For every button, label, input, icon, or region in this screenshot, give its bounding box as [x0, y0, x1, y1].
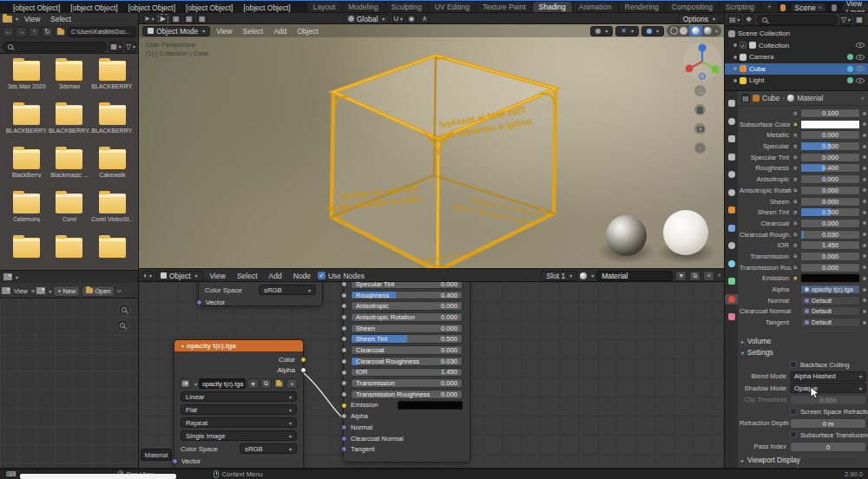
property-widget[interactable]: 0.000	[800, 186, 860, 195]
file-browser-folder[interactable]: BLACKBERRY...	[91, 103, 134, 148]
panel-settings[interactable]: ▾Settings	[740, 347, 866, 358]
property-widget[interactable]: 0.000	[800, 219, 860, 228]
workspace-tab[interactable]: Sculpting	[385, 2, 428, 13]
outliner-item[interactable]: ✓ Light	[725, 75, 868, 87]
decorator-dot[interactable]	[863, 211, 866, 214]
socket-button[interactable]	[792, 198, 799, 205]
principled-bsdf-node[interactable]: Specular Tint 0.000 Specular Tint Specul…	[343, 282, 470, 463]
material-tab[interactable]: Material	[141, 449, 172, 461]
options-dropdown[interactable]: Options▾	[678, 14, 720, 24]
panel-volume[interactable]: ▸Volume	[740, 336, 866, 346]
node-socket[interactable]	[341, 358, 347, 364]
tab-physics[interactable]	[725, 259, 738, 269]
workspace-tab[interactable]: +	[761, 2, 778, 13]
workspace-tab[interactable]: Modeling	[342, 2, 385, 13]
expand-dot[interactable]	[733, 67, 737, 70]
subsurface-translucency-checkbox[interactable]	[790, 431, 797, 438]
decorator-dot[interactable]	[863, 178, 866, 181]
zoom-out-button[interactable]	[116, 319, 128, 331]
tab-world[interactable]	[725, 187, 738, 198]
node-slider[interactable]: Anisotropic 0.000	[351, 301, 463, 311]
clip-threshold-field[interactable]: 0.000	[790, 395, 866, 405]
viewport-perspective-icon[interactable]	[694, 142, 706, 154]
tab-render[interactable]	[725, 116, 738, 127]
node-socket[interactable]	[341, 391, 347, 397]
node-socket[interactable]	[341, 436, 347, 442]
decorator-dot[interactable]	[863, 254, 866, 258]
property-widget[interactable]: 0.000	[800, 252, 860, 261]
decorator-dot[interactable]	[863, 266, 866, 269]
copy-icon[interactable]: ⧉	[260, 378, 272, 389]
node-input-row[interactable]: Tangent Tangent Tangent	[344, 444, 470, 454]
navigation-gizmo[interactable]	[682, 42, 722, 82]
gizmo-toggle-icon[interactable]: ▦	[171, 14, 181, 24]
white-sphere[interactable]	[663, 210, 708, 255]
forward-button[interactable]: →	[16, 27, 27, 37]
link-field[interactable]: Default	[801, 318, 859, 326]
node-input-row[interactable]: Clearcoat 0.000 Clearcoat Clearcoat	[344, 345, 470, 355]
new-collection-icon[interactable]: ❖	[744, 15, 754, 25]
tab-particles[interactable]	[725, 240, 738, 251]
copy-icon[interactable]: ⧉	[689, 271, 700, 281]
image-texture-node[interactable]: ▾ opacity t(c).tga Color Alpha ▾ opacity…	[174, 339, 304, 469]
alpha-output[interactable]: Alpha	[174, 364, 303, 375]
fake-user-icon[interactable]: ♥	[247, 378, 259, 389]
decorator-dot[interactable]	[863, 188, 866, 192]
pin-icon[interactable]: ⌖	[860, 94, 865, 103]
filter-button[interactable]: ▽▾	[125, 42, 136, 52]
decorator-dot[interactable]	[863, 200, 866, 203]
viewport-pan-icon[interactable]	[694, 104, 706, 115]
screen-space-refraction-checkbox[interactable]	[790, 408, 797, 415]
tab-output[interactable]	[725, 134, 738, 144]
collapse-icon[interactable]: ▾	[181, 343, 184, 349]
file-browser-folder[interactable]: BLACKBERRY...	[48, 103, 90, 148]
image-editor-canvas[interactable]	[0, 299, 139, 469]
topbar-menu[interactable]: [object Object]	[9, 3, 64, 12]
scene-selector[interactable]: Scene×	[791, 3, 827, 12]
tab-material[interactable]	[725, 294, 738, 305]
property-widget[interactable]: 1.450	[800, 240, 860, 250]
file-browser-folder[interactable]: BLACKBERRY...	[5, 103, 48, 148]
transform-orientation-select[interactable]: Global▾	[343, 14, 391, 24]
workspace-tab[interactable]: Animation	[573, 2, 618, 13]
socket-button[interactable]	[792, 264, 799, 271]
property-widget[interactable]: 0.500	[800, 141, 860, 151]
back-button[interactable]: ←	[3, 27, 14, 37]
workspace-tab[interactable]: Texture Paint	[477, 2, 532, 13]
node-slider[interactable]: Clearcoat Roughness 0.030	[351, 357, 463, 366]
link-field[interactable]: opacity t(c).tga	[801, 285, 859, 293]
falloff-icon[interactable]: ∧	[419, 14, 430, 24]
image-editor-icon[interactable]	[3, 273, 12, 280]
node-socket[interactable]	[341, 413, 347, 419]
node-socket[interactable]	[172, 458, 178, 464]
node-socket[interactable]	[341, 292, 347, 299]
property-widget[interactable]: Default	[800, 306, 860, 316]
workspace-tab[interactable]: Shading	[533, 2, 572, 13]
property-widget[interactable]: 0.000	[800, 130, 860, 140]
shader-editor-icon[interactable]: ◐▾	[142, 271, 153, 281]
workspace-tab[interactable]: UV Editing	[429, 2, 476, 13]
file-browser-menu[interactable]: View	[20, 15, 44, 23]
file-browser-folder[interactable]: Blackmagic ...	[48, 148, 90, 192]
socket-button[interactable]	[792, 154, 799, 161]
decorator-dot[interactable]	[863, 145, 866, 148]
breadcrumb-object[interactable]: Cube	[762, 94, 779, 102]
cube-object[interactable]: This text is masked using a separate ima…	[323, 43, 568, 269]
socket-button[interactable]	[792, 176, 799, 183]
node-input-row[interactable]: Specular Tint 0.000 Specular Tint Specul…	[344, 282, 470, 289]
node-input-row[interactable]: Alpha Alpha Alpha	[344, 411, 470, 421]
file-browser-folder[interactable]: BLACKBERRY...	[91, 59, 134, 103]
decorator-dot[interactable]	[863, 321, 866, 325]
node-input-row[interactable]: Clearcoat Roughness 0.030 Clearcoat Roug…	[344, 357, 470, 366]
node-socket[interactable]	[300, 367, 306, 373]
gizmo-toggle-icon[interactable]: ▦	[197, 14, 207, 24]
node-socket[interactable]	[341, 446, 347, 452]
shader-editor-menu[interactable]: View	[206, 272, 230, 280]
node-input-row[interactable]: IOR 1.450 IOR IOR	[344, 368, 470, 377]
property-widget[interactable]: 0.500	[800, 207, 860, 217]
decorator-dot[interactable]	[863, 299, 866, 302]
breadcrumb-material[interactable]: Material	[797, 94, 823, 102]
decorator-dot[interactable]	[863, 112, 866, 115]
outliner-item[interactable]: ✓ Collection	[725, 40, 868, 52]
expand-dot[interactable]	[733, 43, 737, 47]
